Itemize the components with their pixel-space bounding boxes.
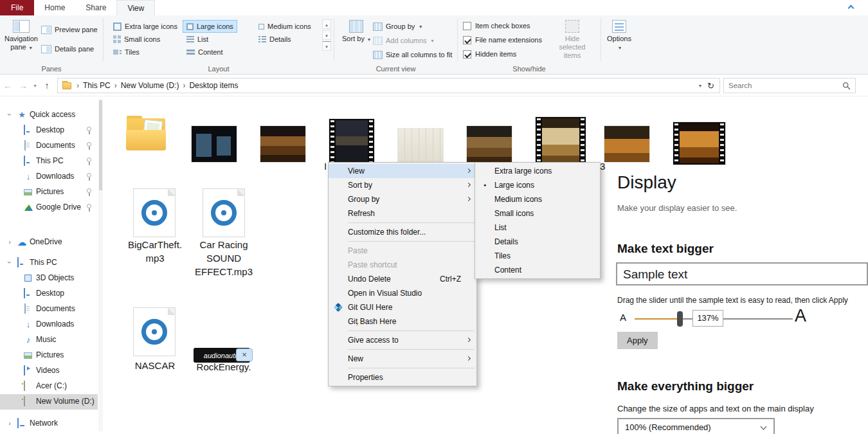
- menu-item-new[interactable]: New: [329, 352, 476, 366]
- up-button[interactable]: ↑: [39, 80, 55, 91]
- sidebar-item-this-pc[interactable]: › This PC: [0, 255, 98, 271]
- folder-thumbnail[interactable]: [125, 114, 168, 153]
- sidebar-item-new-volume-d[interactable]: New Volume (D:): [0, 394, 98, 410]
- submenu-item-extra-large-icons[interactable]: Extra large icons: [475, 164, 600, 178]
- submenu-item-large-icons[interactable]: ●Large icons: [475, 178, 600, 192]
- breadcrumb-this-pc[interactable]: This PC: [83, 81, 111, 90]
- options-button[interactable]: Options▾: [603, 17, 635, 52]
- preview-pane-button[interactable]: Preview pane: [41, 23, 98, 36]
- collapse-ribbon-button[interactable]: [846, 3, 856, 13]
- gallery-scroll-up-button[interactable]: ▴: [322, 19, 331, 29]
- menu-item-git-gui[interactable]: Git GUI Here: [329, 300, 476, 314]
- search-icon[interactable]: [842, 82, 851, 90]
- audio-file-icon-car-racing[interactable]: [203, 188, 245, 237]
- breadcrumb-chevron-icon[interactable]: ›: [111, 81, 121, 90]
- scale-dropdown[interactable]: 100% (Recommended): [617, 418, 775, 434]
- layout-extra-large-icons[interactable]: Extra large icons: [109, 20, 181, 33]
- sidebar-item-documents[interactable]: Documents: [0, 302, 98, 317]
- add-columns-button[interactable]: Add columns ▾: [373, 34, 434, 47]
- group-by-button[interactable]: Group by ▾: [373, 20, 422, 33]
- menu-item-customize-folder[interactable]: Customize this folder...: [329, 225, 476, 239]
- submenu-item-content[interactable]: Content: [475, 263, 600, 277]
- size-all-columns-button[interactable]: Size all columns to fit: [373, 48, 452, 61]
- breadcrumb-desktop-items[interactable]: Desktop items: [189, 81, 238, 90]
- file-label-rockenergy[interactable]: RockEnergy.: [188, 360, 260, 374]
- tab-share[interactable]: Share: [75, 0, 116, 15]
- file-label-nascar[interactable]: NASCAR: [120, 359, 190, 372]
- apply-button[interactable]: Apply: [617, 332, 658, 349]
- layout-medium-icons[interactable]: Medium icons: [255, 20, 315, 33]
- submenu-item-details[interactable]: Details: [475, 235, 600, 249]
- details-pane-button[interactable]: Details pane: [41, 42, 94, 55]
- sidebar-item-network[interactable]: › Network: [0, 416, 98, 431]
- video-thumbnail-8[interactable]: [673, 122, 725, 165]
- slider-handle[interactable]: [677, 311, 683, 327]
- sidebar-item-acer-c[interactable]: Acer (C:): [0, 379, 98, 394]
- search-input[interactable]: [728, 82, 842, 89]
- chevron-expanded-icon[interactable]: ›: [6, 259, 14, 266]
- audio-file-icon-nascar[interactable]: [133, 307, 176, 356]
- layout-content[interactable]: Content: [183, 46, 227, 59]
- sidebar-scrollbar[interactable]: [98, 99, 103, 431]
- sidebar-item-desktop-pinned[interactable]: Desktop: [0, 123, 98, 138]
- sidebar-item-this-pc-pinned[interactable]: This PC: [0, 154, 98, 169]
- menu-item-group-by[interactable]: Group by: [329, 192, 476, 206]
- forward-button[interactable]: →: [15, 80, 31, 91]
- hide-selected-items-button[interactable]: Hide selected items: [552, 17, 593, 60]
- menu-item-view[interactable]: View: [329, 164, 476, 178]
- sidebar-item-music[interactable]: ♪ Music: [0, 332, 98, 348]
- chevron-expanded-icon[interactable]: ›: [6, 111, 14, 118]
- layout-list[interactable]: List: [183, 33, 212, 46]
- recent-locations-caret[interactable]: ▾: [31, 83, 39, 89]
- navigation-pane-button[interactable]: Navigation pane ▾: [3, 17, 40, 52]
- layout-small-icons[interactable]: Small icons: [109, 33, 164, 46]
- menu-item-open-visual-studio[interactable]: Open in Visual Studio: [329, 286, 476, 300]
- sidebar-item-google-drive[interactable]: Google Drive: [0, 200, 98, 215]
- sidebar-item-quick-access[interactable]: › ★ Quick access: [0, 107, 98, 123]
- gallery-scroll-down-button[interactable]: ▾: [322, 30, 331, 40]
- sidebar-item-pictures[interactable]: Pictures: [0, 348, 98, 363]
- sidebar-item-desktop[interactable]: Desktop: [0, 286, 98, 302]
- refresh-icon[interactable]: ↻: [707, 81, 714, 91]
- chevron-collapsed-icon[interactable]: ›: [6, 419, 13, 427]
- menu-item-refresh[interactable]: Refresh: [329, 206, 476, 221]
- video-thumbnail-6[interactable]: [536, 117, 586, 163]
- menu-item-undo-delete[interactable]: Undo DeleteCtrl+Z: [329, 272, 476, 286]
- audio-file-icon-bigcartheft[interactable]: [133, 188, 176, 237]
- address-dropdown-caret[interactable]: ▾: [699, 83, 701, 89]
- tab-home[interactable]: Home: [34, 0, 75, 15]
- layout-details[interactable]: Details: [255, 33, 295, 46]
- layout-large-icons[interactable]: Large icons: [183, 20, 237, 33]
- breadcrumb-new-volume-d[interactable]: New Volume (D:): [121, 81, 179, 90]
- video-thumbnail-1[interactable]: [192, 126, 237, 162]
- sidebar-item-onedrive[interactable]: › ☁ OneDrive: [0, 235, 98, 250]
- file-name-extensions-checkbox[interactable]: File name extensions: [463, 34, 542, 46]
- sidebar-item-downloads-pinned[interactable]: ↓ Downloads: [0, 169, 98, 185]
- hidden-items-checkbox[interactable]: Hidden items: [463, 48, 516, 60]
- video-thumbnail-4[interactable]: [398, 129, 443, 162]
- video-thumbnail-3[interactable]: [329, 119, 374, 167]
- sidebar-item-downloads[interactable]: ↓ Downloads: [0, 317, 98, 332]
- gallery-more-button[interactable]: ▾: [322, 41, 331, 51]
- sort-by-button[interactable]: Sort by ▾: [342, 17, 370, 44]
- video-thumbnail-7[interactable]: [604, 126, 649, 162]
- item-check-boxes-checkbox[interactable]: Item check boxes: [463, 20, 530, 32]
- menu-item-sort-by[interactable]: Sort by: [329, 178, 476, 192]
- menu-item-git-bash[interactable]: Git Bash Here: [329, 314, 476, 329]
- video-thumbnail-5[interactable]: [467, 126, 512, 162]
- menu-item-properties[interactable]: Properties: [329, 370, 476, 384]
- chevron-collapsed-icon[interactable]: ›: [6, 238, 13, 246]
- breadcrumb-chevron-icon[interactable]: ›: [179, 81, 189, 90]
- layout-tiles[interactable]: Tiles: [109, 46, 143, 59]
- address-bar[interactable]: › This PC › New Volume (D:) › Desktop it…: [57, 78, 720, 93]
- submenu-item-list[interactable]: List: [475, 221, 600, 235]
- video-thumbnail-2[interactable]: [260, 126, 305, 162]
- file-label-bigcartheft[interactable]: BigCarTheft. mp3: [120, 238, 190, 265]
- tab-file[interactable]: File: [0, 0, 34, 15]
- tab-view[interactable]: View: [116, 0, 155, 15]
- file-label-car-racing[interactable]: Car Racing SOUND EFFECT.mp3: [188, 238, 260, 278]
- sidebar-item-3d-objects[interactable]: 3D Objects: [0, 271, 98, 286]
- sidebar-item-videos[interactable]: Videos: [0, 363, 98, 379]
- menu-item-give-access-to[interactable]: Give access to: [329, 333, 476, 347]
- submenu-item-tiles[interactable]: Tiles: [475, 249, 600, 263]
